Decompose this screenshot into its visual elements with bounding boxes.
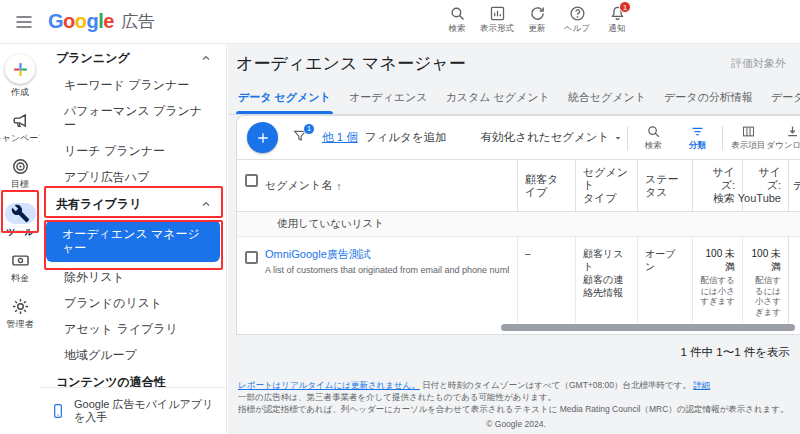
copyright: © Google 2024. <box>238 418 794 430</box>
app-name: 広告 <box>121 10 155 33</box>
sidebar-item-keyword-planner[interactable]: キーワード プランナー <box>40 72 226 98</box>
rail-label: 管理者 <box>7 318 34 331</box>
sidebar-section-planning[interactable]: プランニング <box>40 44 226 72</box>
pagination-status: 1 件中 1〜1 件を表示 <box>228 335 800 360</box>
divider <box>627 126 628 150</box>
select-all-checkbox[interactable] <box>245 174 258 187</box>
sidebar-item-reach-planner[interactable]: リーチ プランナー <box>40 138 226 164</box>
tab-data-segments[interactable]: データ セグメント <box>236 82 333 114</box>
cell-size-youtube: 100 未満 配信するには小さすぎます <box>742 237 788 323</box>
tab-audiences[interactable]: オーディエンス <box>347 82 430 114</box>
footnote-line-2: 一部の広告枠は、第三者事業者を介して提供されたものである可能性があります。 <box>238 391 794 403</box>
rail-item-admin[interactable]: 管理者 <box>0 295 40 333</box>
cell-segment-name: OmniGoogle廣告測試 A list of customers that … <box>265 237 517 323</box>
chevron-up-icon <box>200 198 212 210</box>
row-checkbox[interactable] <box>245 251 258 264</box>
tab-data-insights[interactable]: データの分析情報 <box>662 82 755 114</box>
sidebar-item-asset-library[interactable]: アセット ライブラリ <box>40 316 226 342</box>
sidebar-item-app-ads-hub[interactable]: アプリ広告ハブ <box>40 164 226 190</box>
banknote-icon <box>11 251 30 270</box>
top-app-bar: Google 広告 検索 表示形式 更新 ヘルプ 1 通知 <box>0 0 800 44</box>
toolbar-action-label: 表示項目 <box>731 140 765 152</box>
search-icon <box>646 124 661 139</box>
columns-button[interactable]: 表示項目 <box>726 124 770 152</box>
rail-item-billing[interactable]: 料金 <box>0 249 40 287</box>
sidebar-item-audience-manager[interactable]: オーディエンス マネージャー <box>46 220 220 262</box>
segment-view-button[interactable]: 分類 <box>675 124 719 152</box>
rail-item-goals[interactable]: 目標 <box>0 155 40 193</box>
appearance-button[interactable]: 表示形式 <box>480 3 514 35</box>
segment-name-link[interactable]: OmniGoogle廣告測試 <box>265 247 509 262</box>
main-content: オーディエンス マネージャー 評価対象外 データ セグメント オーディエンス カ… <box>228 44 800 434</box>
rail-label: ツール <box>6 226 33 239</box>
column-label: サイズ: <box>700 166 735 192</box>
download-icon <box>785 124 800 139</box>
rail-label: 作成 <box>11 86 29 99</box>
timezone-note: 日付と時刻のタイムゾーンはすべて（GMT+08:00）台北標準時です。 <box>422 380 691 390</box>
sidebar-item-brand-lists[interactable]: ブランドのリスト <box>40 290 226 316</box>
column-header-truncated[interactable]: デ <box>788 160 800 211</box>
segment-type-line2: 顧客の連絡先情報 <box>583 273 630 299</box>
column-label: YouTube <box>738 192 781 205</box>
table-header-row: セグメント名 ↑ 顧客タイプ セグメント タイプ ステータス サイズ: 検索 サ… <box>237 160 800 212</box>
tab-custom-segments[interactable]: カスタム セグメント <box>443 82 551 114</box>
add-segment-button[interactable] <box>247 122 278 153</box>
column-label: セグメント名 <box>265 178 332 193</box>
size-value: 100 未満 <box>750 247 781 273</box>
sidebar-item-exclusion-lists[interactable]: 除外リスト <box>40 264 226 290</box>
cell-customer-type: – <box>517 237 575 323</box>
header-actions: 検索 表示形式 更新 ヘルプ 1 通知 <box>440 3 634 35</box>
title-row: オーディエンス マネージャー 評価対象外 <box>228 44 800 75</box>
tab-data-sources[interactable]: データソース <box>769 82 800 114</box>
mobile-app-promo-label: Google 広告モバイルアプリを入手 <box>74 398 216 424</box>
footnotes: レポートはリアルタイムには更新されません。 日付と時刻のタイムゾーンはすべて（G… <box>238 379 794 430</box>
download-button[interactable]: ダウンロード <box>770 124 800 152</box>
column-label: セグメント <box>583 166 630 192</box>
chevron-up-icon <box>200 52 212 64</box>
create-button[interactable] <box>5 54 35 84</box>
column-header-size-youtube[interactable]: サイズ: YouTube <box>742 160 788 211</box>
column-header-status[interactable]: ステータス <box>637 160 692 211</box>
filter-button[interactable]: 1 <box>292 128 308 148</box>
refresh-button[interactable]: 更新 <box>520 3 554 35</box>
size-note: 配信するには小さすぎます <box>700 275 735 307</box>
help-icon <box>569 5 586 22</box>
learn-more-link[interactable]: 詳細 <box>693 380 710 390</box>
more-filters-link[interactable]: 他 1 個 <box>322 130 358 145</box>
mobile-app-promo[interactable]: Google 広告モバイルアプリを入手 <box>40 387 226 434</box>
column-label: 検索 <box>713 192 735 205</box>
realtime-note-link[interactable]: レポートはリアルタイムには更新されません。 <box>238 380 420 390</box>
cell-segment-type: 顧客リスト 顧客の連絡先情報 <box>575 237 637 323</box>
add-filter-label[interactable]: フィルタを追加 <box>365 130 447 145</box>
tab-combined-segments[interactable]: 統合セグメント <box>566 82 648 114</box>
horizontal-scrollbar-thumb[interactable] <box>501 324 795 331</box>
column-header-segment-name[interactable]: セグメント名 ↑ <box>265 160 517 211</box>
action-label: 更新 <box>529 23 546 35</box>
action-label: 通知 <box>609 23 626 35</box>
columns-icon <box>741 124 756 139</box>
sidebar-nav: プランニング キーワード プランナー パフォーマンス プランナー リーチ プラン… <box>40 44 227 434</box>
toolbar-right-actions: 検索 分類 表示項目 ダウンロード 展開 <box>624 124 800 152</box>
sidebar-item-location-groups[interactable]: 地域グループ <box>40 342 226 368</box>
column-header-size-search[interactable]: サイズ: 検索 <box>692 160 742 211</box>
search-button[interactable]: 検索 <box>440 3 474 35</box>
rail-item-tools[interactable]: ツール <box>0 201 40 241</box>
sidebar-section-shared-library[interactable]: 共有ライブラリ <box>40 190 226 218</box>
filter-count-badge: 1 <box>303 123 315 135</box>
column-header-segment-type[interactable]: セグメント タイプ <box>575 160 637 211</box>
notifications-button[interactable]: 1 通知 <box>600 3 634 35</box>
rail-item-create[interactable]: 作成 <box>0 52 40 101</box>
rail-item-campaigns[interactable]: キャンペーン <box>0 109 40 147</box>
logo-letter: G <box>48 10 63 33</box>
column-header-customer-type[interactable]: 顧客タイプ <box>517 160 575 211</box>
table-search-button[interactable]: 検索 <box>631 124 675 152</box>
help-button[interactable]: ヘルプ <box>560 3 594 35</box>
segment-state-dropdown[interactable]: 有効化されたセグメント <box>481 130 625 145</box>
page-title: オーディエンス マネージャー <box>236 52 466 75</box>
divider <box>722 126 723 150</box>
hamburger-menu-icon[interactable] <box>14 12 34 32</box>
sort-ascending-icon: ↑ <box>336 180 342 192</box>
section-label: プランニング <box>56 51 130 65</box>
rail-label: 料金 <box>11 272 29 285</box>
sidebar-item-performance-planner[interactable]: パフォーマンス プランナー <box>40 98 226 138</box>
